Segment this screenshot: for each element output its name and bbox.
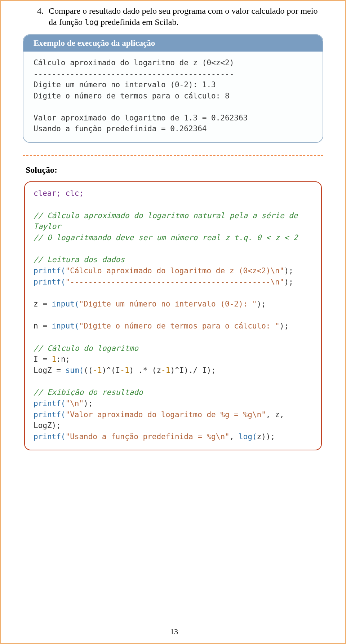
code-comment: // O logaritmando deve ser um número rea… [34,233,298,242]
code-number: 1 [52,355,57,363]
code-number: -1 [93,366,102,375]
code-string: "---------------------------------------… [66,278,284,286]
numbered-item: 4. Compare o resultado dado pelo seu pro… [23,5,323,28]
code-text: )^I)./ I); [170,366,216,375]
example-execution-body: Cálculo aproximado do logaritmo de z (0<… [23,52,323,142]
code-func: printf( [34,432,66,441]
inline-code-log: log [85,18,98,27]
code-string: "\n" [66,399,84,408]
code-text: )^(I [102,366,120,375]
code-string: "Valor aproximado do logaritmo de %g = %… [66,410,266,419]
item-text-after: predefinida em Scilab. [98,17,179,27]
code-number: -1 [120,366,129,375]
code-text: ); [257,300,266,308]
code-func: log( [239,432,257,441]
code-func: sum( [66,366,84,375]
solution-label: Solução: [26,165,323,175]
code-string: "Digite o número de termos para o cálcul… [79,322,279,330]
code-text: ); [280,322,289,330]
code-text: ); [84,399,93,408]
code-func: printf( [34,410,66,419]
code-comment: // Leitura dos dados [34,255,125,264]
code-comment: // Cálculo do logaritmo [34,344,138,353]
code-string: "Usando a função predefinida = %g\n" [66,432,230,441]
code-comment: // Exibição do resultado [34,388,143,397]
code-text: n = [34,322,52,330]
code-comment: // Cálculo aproximado do logaritmo natur… [34,211,302,231]
dashed-separator [23,155,323,156]
code-text: LogZ = [34,366,66,375]
code-string: "Cálculo aproximado do logaritmo de z (0… [66,266,284,275]
item-text: Compare o resultado dado pelo seu progra… [49,5,323,28]
code-func: input( [52,300,79,308]
solution-code-box: clear; clc; // Cálculo aproximado do log… [24,181,322,450]
code-text: :n; [56,355,70,363]
code-func: printf( [34,399,66,408]
code-text: (( [84,366,93,375]
code-text: , [230,432,239,441]
code-func: printf( [34,266,66,275]
code-func: input( [52,322,79,330]
code-number: -1 [161,366,170,375]
code-func: printf( [34,278,66,286]
code-string: "Digite um número no intervalo (0-2): " [79,300,257,308]
code-text: ); [284,266,293,275]
item-number: 4. [37,5,44,28]
example-execution-header: Exemplo de execução da aplicação [23,35,323,52]
code-text: z = [34,300,52,308]
solution-code: clear; clc; // Cálculo aproximado do log… [34,188,312,442]
page: 4. Compare o resultado dado pelo seu pro… [0,0,346,644]
code-text: ); [284,278,293,286]
page-number: 13 [1,627,346,636]
code-text: z)); [257,432,275,441]
code-text: ) .* (z [129,366,161,375]
code-text: I = [34,355,52,363]
example-execution-box: Exemplo de execução da aplicação Cálculo… [23,34,323,143]
code-keyword: clear; clc; [34,189,84,198]
